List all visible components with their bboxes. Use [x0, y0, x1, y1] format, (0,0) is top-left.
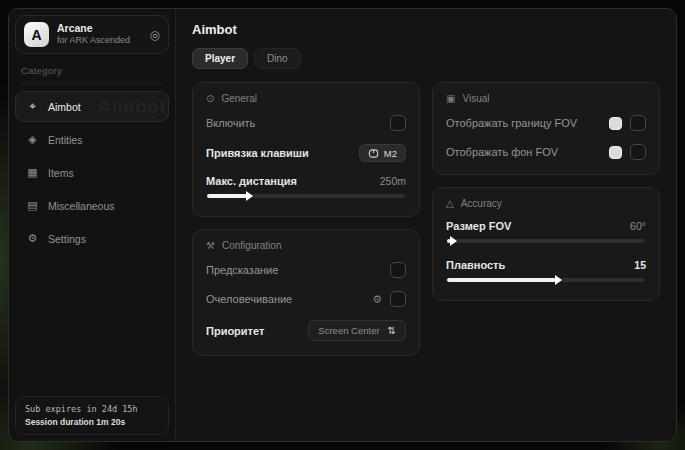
keybind-value: M2 [384, 148, 397, 159]
target-icon: ⊙ [206, 93, 214, 104]
fov-border-checkbox[interactable] [630, 115, 646, 131]
sidebar-item-label: Aimbot [48, 101, 81, 113]
entities-icon: ◈ [26, 133, 39, 146]
sidebar-item-miscellaneous[interactable]: ▤ Miscellaneous [15, 190, 169, 221]
aimbot-watermark: Aimbot [98, 96, 166, 118]
app-name: Arcane [57, 22, 142, 35]
sub-expires-text: Sub expires in 24d 15h [25, 404, 159, 414]
sidebar-item-label: Miscellaneous [48, 200, 115, 212]
general-card: ⊙ General Включить Привязка клавиши [192, 82, 420, 217]
fov-bg-color-swatch[interactable] [609, 146, 622, 159]
max-distance-row: Макс. дистанция 250m [206, 168, 406, 191]
fov-size-value: 60° [630, 220, 646, 232]
page-title: Aimbot [192, 22, 660, 37]
smoothness-value: 15 [634, 259, 646, 271]
max-distance-label: Макс. дистанция [206, 175, 297, 187]
session-info-card: Sub expires in 24d 15h Session duration … [15, 396, 169, 435]
sidebar-item-label: Entities [48, 134, 82, 146]
visual-card-header: ▣ Visual [446, 93, 646, 104]
app-window: A Arcane for ARK Ascended ◎ Category ⌖ A… [8, 8, 677, 442]
sidebar: A Arcane for ARK Ascended ◎ Category ⌖ A… [9, 9, 176, 441]
prediction-row: Предсказание [206, 255, 406, 284]
configuration-card-header: ⚒ Configuration [206, 240, 406, 251]
sidebar-item-aimbot[interactable]: ⌖ Aimbot Aimbot [15, 91, 169, 122]
accuracy-card: △ Accuracy Размер FOV 60° Плавность 15 [432, 187, 660, 301]
general-card-header: ⊙ General [206, 93, 406, 104]
sidebar-item-settings[interactable]: ⚙ Settings [15, 223, 169, 254]
sidebar-item-label: Items [48, 167, 74, 179]
smoothness-slider[interactable] [447, 278, 645, 282]
sidebar-nav: ⌖ Aimbot Aimbot ◈ Entities ▦ Items ▤ Mis… [15, 91, 169, 254]
enable-row: Включить [206, 108, 406, 137]
accuracy-card-header: △ Accuracy [446, 198, 646, 209]
fov-size-slider[interactable] [447, 239, 645, 243]
keybind-button[interactable]: M2 [359, 144, 406, 162]
max-distance-value: 250m [380, 175, 406, 187]
priority-selected-value: Screen Center [318, 325, 379, 336]
crosshair-icon[interactable]: ◎ [150, 28, 160, 42]
sidebar-item-label: Settings [48, 233, 86, 245]
gear-icon[interactable]: ⚙ [372, 293, 382, 306]
card-title: Visual [462, 93, 489, 104]
brand-card: A Arcane for ARK Ascended ◎ [15, 15, 169, 54]
slider-fill[interactable] [447, 278, 556, 282]
fov-bg-checkbox[interactable] [630, 144, 646, 160]
gear-icon: ⚙ [26, 232, 39, 245]
card-title: General [221, 93, 257, 104]
slider-fill[interactable] [207, 194, 247, 198]
slider-fill[interactable] [447, 239, 451, 243]
priority-select[interactable]: Screen Center ⇅ [308, 320, 406, 341]
fov-bg-label: Отображать фон FOV [446, 146, 558, 158]
fov-border-label: Отображать границу FOV [446, 117, 577, 129]
tab-player[interactable]: Player [192, 48, 248, 69]
card-title: Configuration [222, 240, 281, 251]
fov-size-label: Размер FOV [446, 220, 511, 232]
enable-checkbox[interactable] [390, 115, 406, 131]
box-icon: ▦ [26, 166, 39, 179]
brand-text: Arcane for ARK Ascended [57, 22, 142, 46]
smoothness-row: Плавность 15 [446, 249, 646, 275]
keybind-label: Привязка клавиши [206, 147, 309, 159]
category-label: Category [21, 65, 163, 84]
card-title: Accuracy [461, 198, 502, 209]
session-duration-text: Session duration 1m 20s [25, 417, 159, 427]
app-subtitle: for ARK Ascended [57, 35, 142, 46]
main-content: Aimbot Player Dino ⊙ General Включить [176, 9, 676, 441]
prediction-checkbox[interactable] [390, 262, 406, 278]
triangle-icon: △ [446, 198, 454, 209]
keybind-row: Привязка клавиши M2 [206, 137, 406, 168]
enable-label: Включить [206, 117, 255, 129]
screen-icon: ▣ [446, 93, 455, 104]
tab-bar: Player Dino [192, 48, 660, 69]
prediction-label: Предсказание [206, 264, 278, 276]
fov-size-row: Размер FOV 60° [446, 213, 646, 236]
humanization-row: Очеловечивание ⚙ [206, 284, 406, 313]
sidebar-item-items[interactable]: ▦ Items [15, 157, 169, 188]
priority-label: Приоритет [206, 325, 264, 337]
humanization-label: Очеловечивание [206, 293, 292, 305]
app-logo: A [24, 22, 49, 47]
visual-card: ▣ Visual Отображать границу FOV Отобража… [432, 82, 660, 175]
crosshair-icon: ⌖ [26, 100, 39, 113]
fov-bg-row: Отображать фон FOV [446, 137, 646, 162]
smoothness-label: Плавность [446, 259, 505, 271]
priority-row: Приоритет Screen Center ⇅ [206, 313, 406, 343]
max-distance-slider[interactable] [207, 194, 405, 198]
configuration-card: ⚒ Configuration Предсказание Очеловечива… [192, 229, 420, 356]
mouse-icon [368, 148, 379, 159]
fov-border-row: Отображать границу FOV [446, 108, 646, 137]
tab-dino[interactable]: Dino [254, 48, 301, 69]
sort-arrows-icon: ⇅ [388, 325, 396, 336]
fov-border-color-swatch[interactable] [609, 117, 622, 130]
humanization-checkbox[interactable] [390, 291, 406, 307]
tools-icon: ⚒ [206, 240, 215, 251]
misc-icon: ▤ [26, 199, 39, 212]
sidebar-item-entities[interactable]: ◈ Entities [15, 124, 169, 155]
